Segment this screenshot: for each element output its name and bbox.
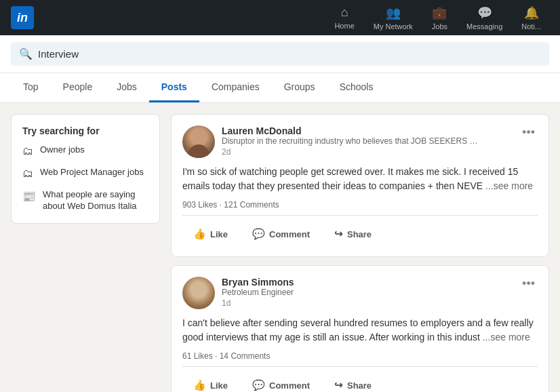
post-header-2: Bryan Simmons Petroleum Engineer 1d •••: [182, 277, 538, 309]
post-content-1: I'm so sick of watching people get screw…: [182, 165, 538, 193]
post-header-1: Lauren McDonald Disruptor in the recruit…: [182, 125, 538, 158]
tabs: Top People Jobs Posts Companies Groups S…: [11, 73, 549, 102]
post-card-1: Lauren McDonald Disruptor in the recruit…: [171, 114, 549, 257]
nav-my-network[interactable]: 👥 My Network: [365, 5, 421, 31]
nav-jobs[interactable]: 💼 Jobs: [424, 5, 456, 31]
see-more-2[interactable]: ...see more: [483, 332, 530, 342]
post-author-info-1: Lauren McDonald Disruptor in the recruit…: [182, 125, 479, 158]
search-input[interactable]: [38, 48, 541, 60]
messaging-icon: 💬: [477, 5, 492, 20]
post-stats-1: 903 Likes · 121 Comments: [182, 200, 538, 216]
search-container: 🔍: [0, 35, 560, 73]
post-more-options-1[interactable]: •••: [519, 125, 538, 140]
post-time-1: 2d: [222, 147, 479, 157]
comment-button-2[interactable]: 💬 Comment: [241, 374, 321, 392]
nav-home[interactable]: ⌂ Home: [326, 5, 362, 30]
like-icon-2: 👍: [193, 379, 206, 391]
main-nav: ⌂ Home 👥 My Network 💼 Jobs 💬 Messaging 🔔…: [326, 5, 549, 31]
sidebar-item-what-people-saying-label: What people are saying about Web Domus I…: [43, 189, 148, 212]
like-label-1: Like: [210, 229, 228, 239]
post-card-2: Bryan Simmons Petroleum Engineer 1d ••• …: [171, 265, 549, 392]
comment-label-2: Comment: [269, 380, 310, 391]
share-button-1[interactable]: ↪ Share: [323, 222, 382, 246]
post-more-options-2[interactable]: •••: [519, 277, 538, 291]
like-button-2[interactable]: 👍 Like: [182, 374, 239, 392]
my-network-icon: 👥: [386, 5, 401, 20]
posts-feed: Lauren McDonald Disruptor in the recruit…: [171, 114, 549, 392]
tab-companies[interactable]: Companies: [199, 73, 272, 102]
notifications-icon: 🔔: [524, 5, 539, 20]
post-text-2: I can't believe after sending several hu…: [182, 317, 534, 342]
sidebar-item-web-project[interactable]: 🗂 Web Project Manager jobs: [22, 167, 148, 180]
nav-jobs-label: Jobs: [432, 22, 447, 31]
author-name-1[interactable]: Lauren McDonald: [222, 125, 479, 136]
nav-notifications-label: Noti...: [521, 22, 541, 31]
tab-top[interactable]: Top: [11, 73, 51, 102]
post-time-2: 1d: [222, 298, 294, 308]
search-bar: 🔍: [11, 42, 549, 66]
header: in ⌂ Home 👥 My Network 💼 Jobs 💬 Messagin…: [0, 0, 560, 35]
author-details-1: Lauren McDonald Disruptor in the recruit…: [222, 125, 479, 157]
avatar-lauren[interactable]: [182, 125, 215, 158]
comment-label-1: Comment: [269, 229, 310, 239]
like-button-1[interactable]: 👍 Like: [182, 222, 239, 246]
author-name-2[interactable]: Bryan Simmons: [222, 277, 294, 288]
briefcase-icon: 🗂: [22, 145, 33, 157]
post-stats-2: 61 Likes · 14 Comments: [182, 351, 538, 367]
tab-posts[interactable]: Posts: [149, 73, 199, 102]
avatar-bryan[interactable]: [182, 277, 215, 309]
nav-messaging-label: Messaging: [466, 22, 502, 31]
linkedin-logo[interactable]: in: [11, 6, 34, 29]
tab-schools[interactable]: Schools: [327, 73, 386, 102]
author-details-2: Bryan Simmons Petroleum Engineer 1d: [222, 277, 294, 308]
sidebar-item-owner-jobs-label: Owner jobs: [40, 144, 85, 156]
comment-icon-2: 💬: [252, 379, 265, 391]
nav-notifications[interactable]: 🔔 Noti...: [513, 5, 549, 31]
jobs-icon: 💼: [432, 5, 447, 20]
post-text-1: I'm so sick of watching people get screw…: [182, 166, 518, 191]
sidebar-item-owner-jobs[interactable]: 🗂 Owner jobs: [22, 144, 148, 157]
nav-messaging[interactable]: 💬 Messaging: [458, 5, 511, 31]
sidebar-card: Try searching for 🗂 Owner jobs 🗂 Web Pro…: [11, 114, 160, 224]
see-more-1[interactable]: ...see more: [485, 180, 533, 191]
article-icon: 📰: [22, 190, 36, 203]
like-label-2: Like: [210, 380, 228, 391]
share-button-2[interactable]: ↪ Share: [323, 374, 382, 392]
author-description-1: Disruptor in the recruiting industry who…: [222, 136, 479, 146]
sidebar-item-web-project-label: Web Project Manager jobs: [40, 167, 144, 178]
post-content-2: I can't believe after sending several hu…: [182, 316, 538, 345]
author-description-2: Petroleum Engineer: [222, 288, 294, 297]
sidebar: Try searching for 🗂 Owner jobs 🗂 Web Pro…: [11, 114, 160, 392]
nav-home-label: Home: [334, 22, 354, 30]
post-author-info-2: Bryan Simmons Petroleum Engineer 1d: [182, 277, 294, 309]
share-label-2: Share: [347, 380, 372, 391]
share-label-1: Share: [347, 229, 372, 239]
sidebar-title: Try searching for: [22, 125, 148, 136]
share-icon-2: ↪: [334, 379, 343, 391]
like-icon-1: 👍: [193, 228, 206, 240]
tab-people[interactable]: People: [51, 73, 105, 102]
comment-button-1[interactable]: 💬 Comment: [241, 222, 321, 246]
comment-icon-1: 💬: [252, 228, 265, 240]
home-icon: ⌂: [341, 5, 348, 20]
briefcase-icon-2: 🗂: [22, 168, 33, 180]
tab-groups[interactable]: Groups: [272, 73, 327, 102]
post-actions-2: 👍 Like 💬 Comment ↪ Share: [182, 374, 538, 392]
post-actions-1: 👍 Like 💬 Comment ↪ Share: [182, 222, 538, 246]
search-icon: 🔍: [19, 47, 33, 60]
tabs-container: Top People Jobs Posts Companies Groups S…: [0, 73, 560, 103]
nav-my-network-label: My Network: [374, 22, 413, 31]
sidebar-item-what-people-saying[interactable]: 📰 What people are saying about Web Domus…: [22, 189, 148, 212]
share-icon-1: ↪: [334, 228, 343, 240]
tab-jobs[interactable]: Jobs: [104, 73, 149, 102]
main-content: Try searching for 🗂 Owner jobs 🗂 Web Pro…: [0, 103, 560, 392]
